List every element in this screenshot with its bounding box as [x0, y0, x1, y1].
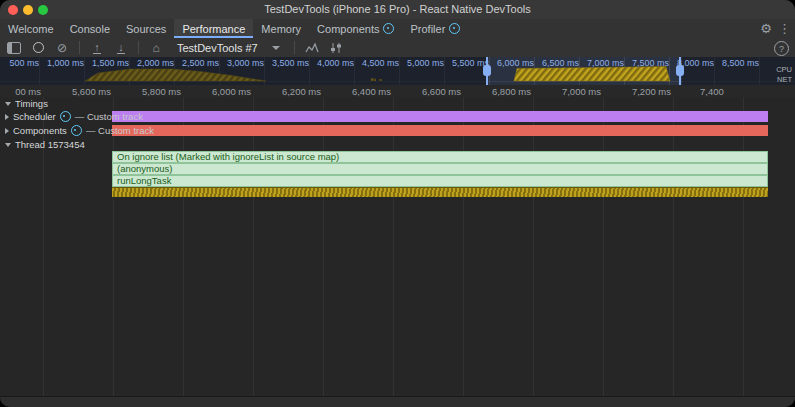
profile-history-value: TestDevTools #7 [177, 42, 258, 54]
window-title: TestDevTools (iPhone 16 Pro) - React Nat… [0, 0, 795, 19]
toolbar-divider [294, 41, 295, 54]
clear-button[interactable]: ⊘ [55, 40, 69, 56]
tab-label: Sources [126, 23, 166, 35]
record-button[interactable] [31, 40, 45, 56]
caret-down-icon [5, 102, 11, 106]
tab-welcome[interactable]: Welcome [0, 19, 62, 38]
sliders-icon [329, 42, 343, 54]
profile-history-select[interactable]: TestDevTools #7 [173, 42, 284, 54]
tab-components[interactable]: Components [309, 19, 402, 38]
tab-label: Memory [261, 23, 301, 35]
tab-sources[interactable]: Sources [118, 19, 174, 38]
react-icon [383, 23, 394, 34]
upload-icon: ↑ [93, 42, 101, 54]
track-header-components[interactable]: Components — Custom track [0, 124, 154, 137]
caret-right-icon [5, 128, 9, 134]
download-icon: ↓ [117, 42, 125, 54]
ruler-tick: 6,600 ms [397, 86, 461, 97]
long-task-hatched-bar[interactable] [112, 187, 768, 197]
capture-settings-button[interactable] [329, 40, 343, 56]
chart-icon [305, 42, 319, 54]
record-icon [33, 42, 44, 53]
kebab-menu-icon[interactable]: ⋮ [778, 22, 791, 35]
track-label: Thread 1573454 [15, 139, 85, 150]
overview-tick: 8,500 ms [701, 58, 759, 68]
devtools-window: TestDevTools (iPhone 16 Pro) - React Nat… [0, 0, 795, 407]
components-track-bar[interactable] [112, 125, 768, 136]
tab-label: Components [317, 23, 379, 35]
performance-toolbar: ⊘ ↑ ↓ ⌂ TestDevTools #7 ? [0, 38, 795, 57]
scheduler-track-bar[interactable] [112, 111, 768, 122]
tabbar-actions: ⚙ ⋮ [760, 19, 791, 38]
ruler-tick: 7,200 ms [607, 86, 671, 97]
timeline-overview[interactable]: 500 ms 1,000 ms 1,500 ms 2,000 ms 2,500 … [0, 57, 795, 86]
load-profile-button[interactable]: ↑ [90, 40, 104, 56]
toolbar-divider [138, 41, 139, 54]
react-icon [60, 111, 71, 122]
tab-label: Console [70, 23, 110, 35]
track-suffix: — Custom track [75, 111, 143, 122]
flame-frame-anonymous[interactable]: (anonymous) [112, 163, 768, 175]
handle-grip-icon [676, 65, 684, 76]
ruler-tick: 6,000 ms [187, 86, 251, 97]
window-titlebar: TestDevTools (iPhone 16 Pro) - React Nat… [0, 0, 795, 20]
selection-handle-right[interactable] [678, 57, 682, 85]
ruler-tick: 5,800 ms [117, 86, 181, 97]
chevron-down-icon [272, 46, 280, 50]
track-suffix: — Custom track [86, 125, 154, 136]
save-profile-button[interactable]: ↓ [114, 40, 128, 56]
caret-down-icon [5, 143, 11, 147]
flame-frame-ignore-list[interactable]: On ignore list (Marked with ignoreList i… [112, 151, 768, 163]
track-label: Scheduler [13, 111, 56, 122]
cpu-row-label: CPU [776, 65, 792, 74]
react-icon [449, 23, 460, 34]
flame-chart-canvas[interactable]: Timings Scheduler — Custom track Compone… [0, 97, 795, 397]
tab-console[interactable]: Console [62, 19, 118, 38]
chart-view-button[interactable] [305, 40, 319, 56]
ruler-tick: 5,600 ms [47, 86, 111, 97]
tab-label: Welcome [8, 23, 54, 35]
track-header-timings[interactable]: Timings [0, 97, 48, 110]
track-header-thread[interactable]: Thread 1573454 [0, 138, 85, 151]
ruler-tick: 6,400 ms [327, 86, 391, 97]
toggle-sidebar-button[interactable] [7, 40, 21, 56]
tab-label: Profiler [410, 23, 445, 35]
ruler-tick: 6,200 ms [257, 86, 321, 97]
ruler-tick: 00 ms [0, 86, 41, 97]
bottom-drawer-strip [0, 396, 795, 407]
track-header-scheduler[interactable]: Scheduler — Custom track [0, 110, 143, 123]
tab-memory[interactable]: Memory [253, 19, 309, 38]
help-button[interactable]: ? [774, 41, 789, 56]
flame-frame-runlongtask[interactable]: runLongTask [112, 175, 768, 187]
ruler-tick: 6,800 ms [467, 86, 531, 97]
net-row-label: NET [777, 75, 792, 84]
track-label: Timings [15, 98, 48, 109]
caret-right-icon [5, 114, 9, 120]
toolbar-divider [79, 41, 80, 54]
ruler-tick: 7,000 ms [537, 86, 601, 97]
devtools-tabbar: Welcome Console Sources Performance Memo… [0, 19, 795, 39]
tab-performance[interactable]: Performance [174, 19, 253, 38]
handle-grip-icon [483, 65, 491, 76]
live-metrics-home-button[interactable]: ⌂ [149, 40, 163, 56]
tab-label: Performance [182, 23, 245, 35]
tab-profiler[interactable]: Profiler [402, 19, 468, 38]
track-label: Components [13, 125, 67, 136]
react-icon [71, 125, 82, 136]
sidebar-panel-icon [7, 42, 21, 54]
selection-handle-left[interactable] [485, 57, 489, 85]
ruler-tick: 7,400 [700, 86, 750, 97]
settings-gear-icon[interactable]: ⚙ [760, 22, 772, 35]
